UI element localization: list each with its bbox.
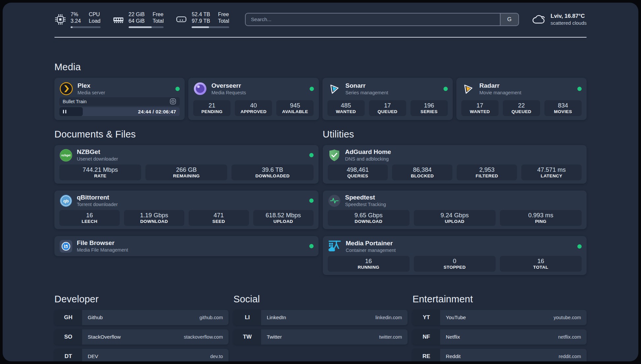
link-twitter[interactable]: TW Twitter twitter.com — [233, 329, 408, 345]
link-abbr-badge: LI — [233, 310, 261, 325]
link-netflix[interactable]: NF Netflix netflix.com — [412, 329, 587, 345]
stat-download: 1.19 Gbps DOWNLOAD — [124, 210, 184, 226]
stat-seed: 471 SEED — [189, 210, 249, 226]
stat-approved: 40 APPROVED — [235, 100, 272, 116]
link-youtube[interactable]: YT YouTube youtube.com — [412, 310, 587, 325]
app-title: Plex — [77, 82, 105, 89]
app-subtitle: Container management — [346, 248, 396, 253]
app-title: Sonarr — [346, 82, 388, 89]
link-dev[interactable]: DT DEV dev.to — [54, 349, 229, 361]
app-title: File Browser — [77, 239, 128, 247]
link-name: Twitter — [267, 334, 282, 340]
now-playing-title: Bullet Train — [63, 99, 87, 104]
link-abbr-badge: GH — [54, 310, 82, 325]
app-title: Media Portainer — [346, 240, 396, 247]
section-heading-utilities: Utilities — [323, 129, 587, 140]
playback-time: 24:44 / 02:06:47 — [138, 107, 176, 116]
link-github[interactable]: GH Github github.com — [54, 310, 229, 325]
stat-download: 9.65 Gbps DOWNLOAD — [328, 210, 410, 226]
memory-free-label: Free — [153, 11, 164, 18]
section-heading-social: Social — [233, 293, 408, 305]
link-name: Reddit — [446, 353, 461, 359]
link-url: dev.to — [210, 354, 223, 359]
link-stackoverflow[interactable]: SO StackOverflow stackoverflow.com — [54, 329, 229, 345]
app-card-speedtest[interactable]: Speedtest Speedtest Tracking 9.65 Gbps D… — [323, 191, 587, 229]
link-linkedin[interactable]: LI LinkedIn linkedin.com — [233, 310, 408, 325]
link-name: Netflix — [446, 334, 460, 340]
weather-location-temp: Lviv, 16.87°C — [551, 13, 587, 20]
pause-icon[interactable] — [63, 110, 66, 113]
cpu-load-label: Load — [89, 18, 101, 24]
status-dot — [310, 87, 314, 91]
dashboard-app: 7% 3.24 CPU Load — [3, 3, 638, 361]
app-subtitle: Speedtest Tracking — [345, 202, 386, 207]
app-subtitle: Usenet downloader — [77, 156, 118, 162]
app-card-plex[interactable]: Plex Media server Bullet Train 24:44 / 0… — [54, 78, 185, 120]
stat-downloaded: 39.6 TB DOWNLOADED — [231, 165, 313, 180]
svg-text:qb: qb — [63, 198, 69, 203]
app-card-nzbget[interactable]: nzbget NZBGet Usenet downloader 744.21 M… — [54, 145, 319, 184]
link-url: netflix.com — [558, 334, 581, 340]
status-dot — [309, 153, 314, 157]
stat-series: 196 SERIES — [411, 100, 448, 116]
disk-stats: 52.4 TB 97.9 TB Free Total — [175, 11, 229, 28]
link-url: github.com — [199, 315, 223, 320]
app-card-adguard[interactable]: AdGuard Home DNS and adblocking 498,461 … — [323, 145, 587, 184]
app-title: NZBGet — [77, 148, 118, 156]
cpu-load-value: 3.24 — [71, 18, 81, 24]
app-card-overseerr[interactable]: Overseerr Media Requests 21 PENDING 40 A… — [188, 78, 319, 120]
app-card-sonarr[interactable]: Sonarr Series management 485 WANTED 17 Q… — [322, 78, 453, 120]
nzbget-icon: nzbget — [59, 149, 73, 162]
link-url: stackoverflow.com — [184, 334, 223, 340]
stat-pending: 21 PENDING — [193, 100, 230, 116]
topbar-divider — [54, 37, 587, 38]
app-subtitle: Series management — [346, 90, 388, 96]
app-subtitle: Torrent downloader — [77, 202, 118, 207]
app-card-qbittorrent[interactable]: qb qBittorrent Torrent downloader 16 LEE… — [54, 191, 319, 229]
link-abbr-badge: YT — [412, 310, 440, 325]
radarr-icon — [461, 82, 475, 96]
stat-queries: 498,461 QUERIES — [328, 165, 388, 180]
app-card-filebrowser[interactable]: File Browser Media File Management — [54, 236, 319, 256]
disk-free-label: Free — [218, 11, 229, 18]
speedtest-icon — [328, 194, 341, 207]
filebrowser-icon — [59, 240, 73, 253]
link-reddit[interactable]: RE Reddit reddit.com — [412, 349, 587, 361]
status-dot — [309, 198, 314, 203]
link-url: reddit.com — [559, 354, 581, 359]
stat-latency: 47.571 ms LATENCY — [521, 165, 582, 180]
app-card-radarr[interactable]: Radarr Movie management 17 WANTED 22 QUE… — [456, 78, 587, 120]
cpu-usage-value: 7% — [71, 11, 81, 18]
section-heading-media: Media — [54, 61, 587, 73]
app-card-portainer[interactable]: Media Portainer Container management 16 … — [323, 236, 587, 275]
app-subtitle: Media File Management — [77, 247, 128, 253]
status-dot — [175, 87, 180, 91]
svg-text:nzbget: nzbget — [61, 154, 71, 157]
memory-progress-bar — [129, 26, 164, 28]
now-playing-row: Bullet Train — [59, 97, 180, 106]
search-provider-button[interactable]: G — [500, 14, 518, 25]
link-name: YouTube — [446, 315, 466, 320]
cpu-stats: 7% 3.24 CPU Load — [54, 11, 101, 28]
link-url: twitter.com — [379, 334, 402, 340]
stat-upload: 618.52 Mbps UPLOAD — [253, 210, 314, 226]
memory-free-value: 22 GiB — [129, 11, 145, 18]
stat-remaining: 266 GB REMAINING — [145, 165, 227, 180]
stat-wanted: 485 WANTED — [327, 100, 365, 116]
stat-available: 945 AVAILABLE — [276, 100, 314, 116]
stat-filtered: 2,953 FILTERED — [457, 165, 517, 180]
link-name: LinkedIn — [267, 315, 286, 320]
stat-wanted: 17 WANTED — [461, 100, 499, 116]
cpu-progress-bar — [71, 26, 101, 28]
link-url: youtube.com — [554, 315, 581, 320]
link-name: Github — [88, 315, 103, 320]
section-heading-documents: Documents & Files — [54, 129, 319, 140]
app-subtitle: Media Requests — [211, 90, 246, 96]
search-input[interactable] — [246, 14, 500, 25]
stat-upload: 9.24 Gbps UPLOAD — [414, 210, 496, 226]
top-bar: 7% 3.24 CPU Load — [54, 10, 587, 29]
link-abbr-badge: NF — [412, 329, 440, 345]
link-abbr-badge: TW — [233, 329, 261, 345]
cpu-usage-label: CPU — [89, 11, 101, 18]
link-abbr-badge: RE — [412, 349, 440, 361]
